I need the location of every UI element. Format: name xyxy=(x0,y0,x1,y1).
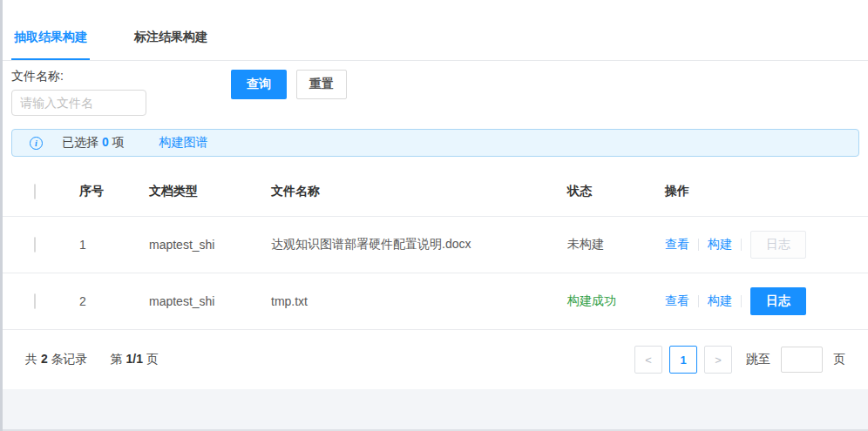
selected-suffix: 项 xyxy=(112,135,125,149)
row-checkbox[interactable] xyxy=(34,237,36,253)
page-indicator-text: 第 1/1 页 xyxy=(111,352,159,367)
page-value: 1/1 xyxy=(125,352,142,366)
selected-count-text: 已选择 0 项 xyxy=(62,135,125,151)
cell-status: 构建成功 xyxy=(567,293,665,309)
table-row: 2 maptest_shi tmp.txt 构建成功 查看 构建 日志 xyxy=(3,273,868,330)
info-circle-icon: i xyxy=(30,137,43,150)
cell-file-name: 达观知识图谱部署硬件配置说明.docx xyxy=(271,237,567,253)
selection-alert-bar: i 已选择 0 项 构建图谱 xyxy=(11,129,859,157)
pager-controls: < 1 > 跳至 页 xyxy=(634,346,845,374)
search-button[interactable]: 查询 xyxy=(231,70,287,99)
page-prefix: 第 xyxy=(111,352,123,366)
action-divider xyxy=(698,295,699,307)
pagination-bar: 共 2 条记录 第 1/1 页 < 1 > 跳至 页 xyxy=(3,330,868,389)
cell-index: 2 xyxy=(79,294,149,308)
page-background xyxy=(3,389,868,431)
prev-page-button[interactable]: < xyxy=(634,346,662,374)
jump-to-label: 跳至 xyxy=(746,352,770,367)
table-header-row: 序号 文档类型 文件名称 状态 操作 xyxy=(3,167,868,217)
jump-page-suffix: 页 xyxy=(833,352,845,367)
header-actions: 操作 xyxy=(665,184,868,199)
cell-actions: 查看 构建 日志 xyxy=(665,287,868,315)
page-suffix: 页 xyxy=(146,352,159,366)
total-count: 2 xyxy=(41,352,48,366)
header-status: 状态 xyxy=(567,184,665,199)
selected-count: 0 xyxy=(102,135,109,149)
total-suffix: 条记录 xyxy=(51,352,88,366)
tab-bar: 抽取结果构建 标注结果构建 xyxy=(3,0,868,61)
log-button[interactable]: 日志 xyxy=(750,287,806,315)
cell-file-name: tmp.txt xyxy=(271,294,567,308)
main-content: 抽取结果构建 标注结果构建 文件名称: 查询 重置 i 已选择 0 项 构建图谱… xyxy=(3,0,868,389)
build-link[interactable]: 构建 xyxy=(708,293,732,309)
row-checkbox[interactable] xyxy=(34,293,36,309)
cell-actions: 查看 构建 日志 xyxy=(665,231,868,259)
cell-index: 1 xyxy=(79,238,149,252)
total-records-text: 共 2 条记录 xyxy=(25,352,88,367)
tab-annotation-result-build[interactable]: 标注结果构建 xyxy=(132,30,210,60)
log-button-disabled: 日志 xyxy=(750,231,806,259)
header-index: 序号 xyxy=(79,184,149,199)
header-file-name: 文件名称 xyxy=(271,184,567,199)
tab-extract-result-build[interactable]: 抽取结果构建 xyxy=(11,30,90,60)
header-doc-type: 文档类型 xyxy=(149,184,271,199)
cell-status: 未构建 xyxy=(567,237,665,253)
select-all-checkbox[interactable] xyxy=(34,184,36,199)
file-name-input[interactable] xyxy=(11,90,146,116)
view-link[interactable]: 查看 xyxy=(665,237,689,253)
build-link[interactable]: 构建 xyxy=(708,237,732,253)
build-graph-link[interactable]: 构建图谱 xyxy=(159,135,208,151)
cell-doc-type: maptest_shi xyxy=(149,294,271,308)
action-divider xyxy=(741,295,742,307)
view-link[interactable]: 查看 xyxy=(665,293,689,309)
current-page-button[interactable]: 1 xyxy=(669,346,697,374)
next-page-button[interactable]: > xyxy=(704,346,732,374)
action-divider xyxy=(698,239,699,251)
total-prefix: 共 xyxy=(25,352,37,366)
action-divider xyxy=(741,239,742,251)
filter-section: 文件名称: 查询 重置 xyxy=(3,61,868,127)
cell-doc-type: maptest_shi xyxy=(149,238,271,252)
file-table: 序号 文档类型 文件名称 状态 操作 1 maptest_shi 达观知识图谱部… xyxy=(3,167,868,330)
jump-page-input[interactable] xyxy=(781,347,823,373)
reset-button[interactable]: 重置 xyxy=(296,70,347,99)
selected-prefix: 已选择 xyxy=(62,135,98,149)
page-panel: 抽取结果构建 标注结果构建 文件名称: 查询 重置 i 已选择 0 项 构建图谱… xyxy=(0,0,868,431)
file-name-label: 文件名称: xyxy=(11,69,64,84)
table-row: 1 maptest_shi 达观知识图谱部署硬件配置说明.docx 未构建 查看… xyxy=(3,217,868,273)
